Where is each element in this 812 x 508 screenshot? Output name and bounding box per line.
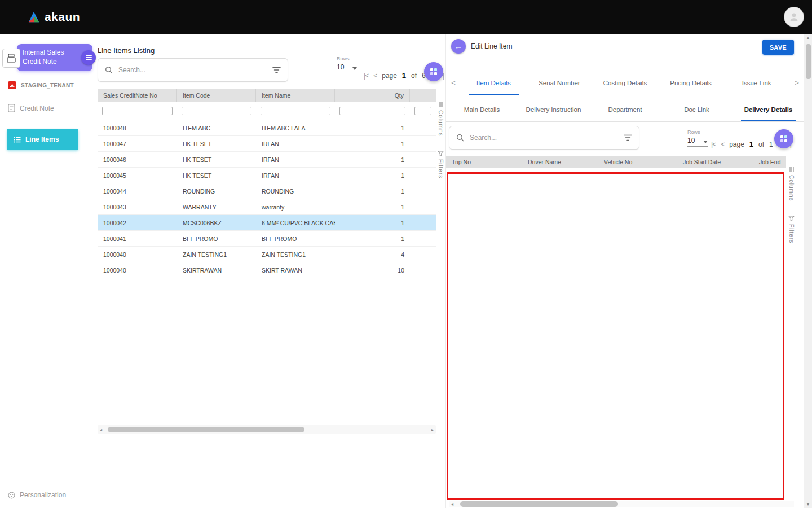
table-cell: 1 [335,235,410,242]
subtab-department[interactable]: Department [589,97,661,121]
save-button[interactable]: SAVE [762,40,794,55]
table-row[interactable]: 1000046HK TESETIRFAN1 [98,152,436,168]
table-cell: 1 [335,188,410,195]
subtab-main-details[interactable]: Main Details [446,97,518,121]
table-cell: ROUNDING [256,188,335,195]
subtab-doc-link[interactable]: Doc Link [661,97,732,121]
column-header[interactable]: Qty [335,89,410,102]
main-tabbar: < Item DetailsSerial NumberCosting Detai… [446,71,804,95]
table-cell: 1 [335,156,410,163]
column-filter-input[interactable] [182,107,251,115]
table-cell: IRFAN [256,156,335,163]
current-page: 1 [402,71,406,80]
table-row[interactable]: 1000045HK TESETIRFAN1 [98,168,436,183]
prev-page-button[interactable]: < [721,141,724,148]
sidebar-item-staging-tenant[interactable]: STAGING_TENANT [8,81,74,90]
table-row[interactable]: 1000042MCSC006BKZ6 MM² CU/PVC BLACK CABL… [98,215,436,231]
table-row[interactable]: 1000041BFF PROMOBFF PROMO1 [98,231,436,247]
filter-icon[interactable] [624,134,632,141]
filters-panel-toggle[interactable]: Filters [788,216,795,243]
table-cell: 1000043 [98,204,177,211]
table-row[interactable]: 1000048ITEM ABCITEM ABC LALA1 [98,120,436,136]
column-filter-input[interactable] [414,107,431,115]
menu-toggle-button[interactable] [81,50,96,65]
rows-value: 10 [687,137,695,144]
tab-item-details[interactable]: Item Details [461,71,527,95]
table-row[interactable]: 1000040ZAIN TESTING1ZAIN TESTING14 [98,247,436,262]
column-header[interactable]: Sales CreditNote No [98,89,177,102]
back-button[interactable]: ← [451,39,466,54]
table-cell: 6 MM² CU/PVC BLACK CABLE 1... [256,220,335,226]
table-cell: HK TESET [177,172,256,179]
prev-page-button[interactable]: < [373,72,377,80]
search-input[interactable] [469,133,619,142]
table-row[interactable]: 1000044ROUNDINGROUNDING1 [98,183,436,199]
table-cell: ZAIN TESTING1 [256,251,335,258]
scrollbar-thumb[interactable] [108,427,304,432]
scrollbar-track[interactable] [104,427,429,432]
tab-pricing-details[interactable]: Pricing Details [658,71,724,95]
table-row[interactable]: 1000043WARRANTYwarranty1 [98,199,436,215]
scrollbar-thumb[interactable] [460,501,618,507]
tab-issue-link[interactable]: Issue Link [723,71,789,95]
column-header[interactable]: Vehicle No [598,156,677,168]
apps-grid-button[interactable] [424,62,443,81]
sidebar-item-credit-note[interactable]: Credit Note [8,104,54,112]
scroll-right-icon[interactable]: ► [429,428,436,432]
table-cell: BFF PROMO [256,235,335,242]
table-cell: HK TESET [177,156,256,163]
table-cell: 1000046 [98,156,177,163]
first-page-button[interactable]: |< [364,72,368,80]
column-header[interactable]: Driver Name [522,156,598,168]
sidebar-item-internal-sales-credit-note[interactable]: Internal Sales Credit Note [17,44,92,71]
scrollbar-track[interactable] [456,501,794,507]
scroll-left-icon[interactable]: ◄ [98,428,104,432]
scroll-up-icon[interactable]: ▲ [806,36,810,40]
table-cell: 1000044 [98,188,177,195]
table-cell: 1000047 [98,141,177,147]
column-header[interactable]: Job End [753,156,786,168]
column-filter-input[interactable] [102,107,173,115]
sidebar-item-line-items[interactable]: Line Items [7,129,78,150]
subtab-delivery-details[interactable]: Delivery Details [732,97,804,121]
column-header[interactable]: Trip No [446,156,522,168]
search-input[interactable] [117,65,268,75]
vertical-scrollbar[interactable]: ▲ ▼ [804,34,812,508]
filters-panel-toggle[interactable]: Filters [438,151,444,178]
first-page-button[interactable]: |< [711,141,716,148]
tab-costing-details[interactable]: Costing Details [592,71,658,95]
rows-select[interactable]: 10 [337,63,357,73]
search-icon [456,134,464,142]
apps-grid-button[interactable] [774,129,793,148]
table-row[interactable]: 1000040SKIRTRAWANSKIRT RAWAN10 [98,262,436,278]
credit-note-module-icon [2,49,20,68]
scroll-left-icon[interactable]: ◄ [449,502,456,506]
subtab-delivery-instruction[interactable]: Delivery Instruction [518,97,589,121]
tab-serial-number[interactable]: Serial Number [527,71,593,95]
column-header[interactable]: Job Start Date [677,156,753,168]
tabs-scroll-left-icon[interactable]: < [446,71,461,95]
columns-panel-toggle[interactable]: Columns [788,167,795,201]
table-cell: 1 [335,125,410,132]
rows-select[interactable]: 10 [687,137,708,147]
horizontal-scrollbar[interactable]: ◄ [449,501,794,507]
column-header[interactable] [410,89,436,102]
filter-icon[interactable] [272,67,281,73]
column-header[interactable]: Item Code [177,89,256,102]
table-side-strip: Columns Filters [787,167,796,244]
horizontal-scrollbar[interactable]: ◄ ► [98,425,436,434]
column-filter-input[interactable] [339,107,405,115]
scrollbar-thumb[interactable] [806,44,811,79]
line-items-header-row: Sales CreditNote NoItem CodeItem NameQty [98,89,436,102]
sidebar-item-personalization[interactable]: Personalization [8,491,66,499]
table-cell: warranty [256,204,335,211]
column-header[interactable]: Item Name [256,89,335,102]
user-avatar[interactable] [784,7,804,27]
columns-panel-toggle[interactable]: Columns [438,102,444,136]
table-row[interactable]: 1000047HK TESETIRFAN1 [98,136,436,152]
table-cell: IRFAN [256,172,335,179]
column-filter-input[interactable] [261,107,330,115]
scroll-down-icon[interactable]: ▼ [806,502,810,506]
tabs-scroll-right-icon[interactable]: > [789,71,804,95]
sidebar-item-label: Credit Note [20,104,54,112]
